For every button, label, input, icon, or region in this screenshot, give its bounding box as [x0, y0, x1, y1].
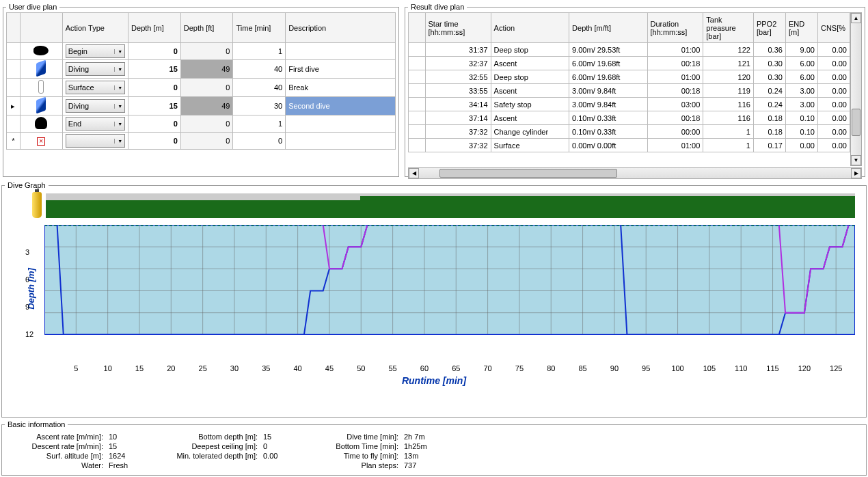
result-plan-row[interactable]: 37:32 Surface 0.00m/ 0.00ft 01:00 1 0.17…	[409, 139, 850, 152]
result-depth-cell: 3.00m/ 9.84ft	[569, 98, 647, 111]
x-axis-label: Runtime [min]	[5, 375, 863, 386]
star-time-cell: 37:32	[425, 139, 491, 152]
scroll-left-icon[interactable]: ◀	[409, 168, 419, 178]
ppo2-cell: 0.24	[753, 98, 785, 111]
time-cell[interactable]: 0	[233, 133, 286, 150]
result-action-cell: Surface	[491, 139, 569, 152]
scroll-right-icon[interactable]: ▶	[851, 168, 861, 178]
scroll-up-icon[interactable]: ▲	[851, 13, 861, 23]
user-plan-header-row: Action Type Depth [m] Depth [ft] Time [m…	[7, 13, 396, 43]
action-type-dropdown[interactable]: Diving▼	[66, 99, 125, 113]
row-marker: *	[7, 133, 21, 150]
result-plan-row[interactable]: 37:14 Ascent 0.10m/ 0.33ft 00:18 116 0.1…	[409, 111, 850, 125]
depth-m-cell[interactable]: 0	[128, 133, 181, 150]
depth-m-cell[interactable]: 15	[128, 97, 181, 115]
result-depth-cell: 0.00m/ 0.00ft	[569, 139, 647, 152]
time-to-fly-value: 13m	[404, 452, 452, 460]
depth-ft-cell[interactable]: 49	[180, 60, 233, 79]
result-plan-row[interactable]: 32:37 Ascent 6.00m/ 19.68ft 00:18 121 0.…	[409, 57, 850, 70]
user-plan-row[interactable]: End▼ 0 0 1	[7, 115, 396, 133]
depth-m-cell[interactable]: 0	[128, 115, 181, 133]
row-marker	[7, 60, 21, 79]
end-cell: 3.00	[785, 84, 817, 98]
description-cell[interactable]: Break	[286, 79, 396, 97]
cns-cell: 0.00	[817, 43, 850, 57]
result-plan-row[interactable]: 31:37 Deep stop 9.00m/ 29.53ft 01:00 122…	[409, 43, 850, 57]
surf-altitude-value: 1624	[109, 452, 150, 460]
action-icon-cell	[20, 79, 62, 97]
depth-ft-cell[interactable]: 0	[180, 79, 233, 97]
x-tick: 30	[230, 364, 239, 372]
result-vertical-scrollbar[interactable]: ▲ ▼	[850, 12, 862, 166]
time-cell[interactable]: 1	[233, 43, 286, 60]
user-plan-row[interactable]: * × ▼ 0 0 0	[7, 133, 396, 150]
action-type-dropdown[interactable]: Surface▼	[66, 81, 125, 94]
action-type-dropdown[interactable]: End▼	[66, 117, 125, 131]
row-marker	[7, 115, 21, 133]
scroll-thumb[interactable]	[852, 109, 860, 136]
description-cell[interactable]: Second dive	[286, 97, 396, 115]
depth-m-cell[interactable]: 15	[128, 60, 181, 79]
x-tick: 80	[547, 364, 555, 372]
scroll-down-icon[interactable]: ▼	[851, 155, 861, 165]
x-tick: 110	[735, 364, 747, 372]
star-time-cell: 31:37	[425, 43, 491, 57]
ppo2-cell: 0.17	[753, 139, 785, 152]
tank-pressure-cell: 120	[703, 70, 754, 84]
description-cell[interactable]	[286, 133, 396, 150]
user-plan-title: User dive plan	[6, 3, 59, 11]
action-type-dropdown[interactable]: ▼	[66, 134, 125, 148]
result-horizontal-scrollbar[interactable]: ◀ ▶	[408, 167, 862, 179]
end-cell: 6.00	[785, 57, 817, 70]
delete-icon[interactable]: ×	[37, 137, 45, 146]
hscroll-thumb[interactable]	[439, 169, 617, 178]
y-tick: 12	[25, 330, 33, 338]
depth-m-cell[interactable]: 0	[128, 43, 181, 60]
dive-graph-title: Dive Graph	[5, 181, 49, 189]
result-plan-row[interactable]: 34:14 Safety stop 3.00m/ 9.84ft 03:00 11…	[409, 98, 850, 111]
user-plan-row[interactable]: Diving▼ 15 49 40 First dive	[7, 60, 396, 79]
cns-cell: 0.00	[817, 111, 850, 125]
dive-chart: Depth [m] 369125101520253035404550556065…	[44, 225, 855, 362]
chevron-down-icon: ▼	[114, 139, 122, 144]
tank-pressure-cell: 1	[703, 139, 754, 152]
user-plan-row[interactable]: Surface▼ 0 0 40 Break	[7, 79, 396, 97]
depth-ft-cell[interactable]: 0	[180, 133, 233, 150]
depth-ft-cell[interactable]: 0	[180, 43, 233, 60]
description-cell[interactable]	[286, 43, 396, 60]
ppo2-cell: 0.30	[753, 70, 785, 84]
result-plan-row[interactable]: 33:55 Ascent 3.00m/ 9.84ft 00:18 119 0.2…	[409, 84, 850, 98]
result-action-cell: Change cylinder	[491, 125, 569, 139]
result-plan-row[interactable]: 32:55 Deep stop 6.00m/ 19.68ft 01:00 120…	[409, 70, 850, 84]
user-plan-row[interactable]: ▸ Diving▼ 15 49 30 Second dive	[7, 97, 396, 115]
diving-icon	[36, 96, 46, 113]
description-cell[interactable]	[286, 115, 396, 133]
time-cell[interactable]: 40	[233, 79, 286, 97]
depth-ft-cell[interactable]: 0	[180, 115, 233, 133]
row-marker	[7, 79, 21, 97]
action-type-dropdown[interactable]: Begin▼	[66, 44, 125, 58]
tank-gas-strip	[6, 191, 862, 221]
min-tolerated-value: 0.00	[263, 452, 297, 460]
time-cell[interactable]: 1	[233, 115, 286, 133]
user-plan-row[interactable]: Begin▼ 0 0 1	[7, 43, 396, 60]
user-plan-table: Action Type Depth [m] Depth [ft] Time [m…	[6, 12, 396, 150]
result-depth-cell: 0.10m/ 0.33ft	[569, 125, 647, 139]
plan-steps-label: Plan steps:	[303, 461, 398, 469]
chevron-down-icon: ▼	[114, 104, 122, 109]
depth-m-cell[interactable]: 0	[128, 79, 181, 97]
result-plan-row[interactable]: 37:32 Change cylinder 0.10m/ 0.33ft 00:0…	[409, 125, 850, 139]
time-cell[interactable]: 30	[233, 97, 286, 115]
action-type-dropdown[interactable]: Diving▼	[66, 62, 125, 76]
chevron-down-icon: ▼	[114, 122, 122, 126]
tank-pressure-cell: 122	[703, 43, 754, 57]
action-icon-cell	[20, 60, 62, 79]
duration-cell: 01:00	[647, 139, 703, 152]
time-cell[interactable]: 40	[233, 60, 286, 79]
ascent-rate-label: Ascent rate [m/min]:	[8, 433, 103, 441]
description-cell[interactable]: First dive	[286, 60, 396, 79]
star-time-cell: 34:14	[425, 98, 491, 111]
depth-ft-cell[interactable]: 49	[180, 97, 233, 115]
action-icon-cell	[20, 115, 62, 133]
gas-fill-bar	[46, 193, 855, 218]
